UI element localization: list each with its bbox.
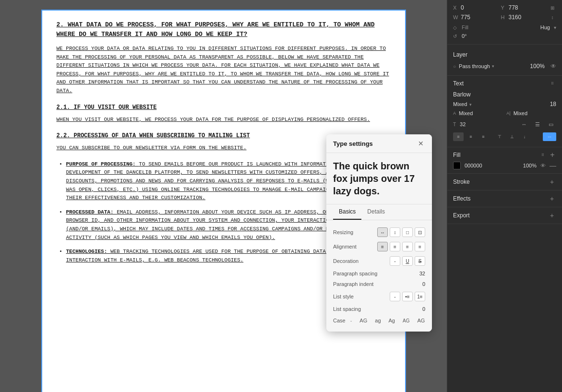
w-label: W (453, 14, 459, 20)
h-coord: H 3160 (501, 14, 545, 21)
paragraph-spacing-value[interactable]: 32 (413, 271, 425, 276)
fill-visibility-icon[interactable]: 👁 (540, 163, 546, 168)
resizing-controls: ↔ ↕ □ ⊡ (377, 227, 425, 237)
export-title: Export (453, 212, 470, 219)
x-label: X (453, 5, 459, 11)
align-right[interactable]: ≡ (402, 242, 413, 251)
angle-value[interactable]: 0° (462, 33, 467, 39)
align-center[interactable]: ≡ (390, 242, 400, 251)
y-value[interactable]: 778 (509, 4, 518, 11)
opacity-value[interactable]: 100% (530, 63, 545, 70)
add-fill-button[interactable]: + (549, 151, 556, 159)
fill-opacity-value[interactable]: 100% (523, 163, 537, 168)
fill-section-title: Fill (453, 152, 460, 158)
list-style-bullet[interactable]: •≡ (402, 292, 413, 301)
coords-section: X 0 Y 778 ⊞ W 775 H 3160 ↕ ◇ Fill Hug ▾ (447, 0, 562, 45)
list-spacing-row: List spacing 0 (333, 304, 425, 314)
list-style-row: List style - •≡ 1≡ (333, 289, 425, 304)
constrain-proportions-icon[interactable]: ⊞ (549, 4, 556, 12)
text-actions: ⠿ (549, 80, 556, 87)
decoration-strikethrough[interactable]: S (415, 256, 425, 266)
resizing-row: Resizing ↔ ↕ □ ⊡ (333, 225, 425, 239)
case-none[interactable]: - (347, 317, 355, 324)
decoration-none[interactable]: - (390, 256, 400, 266)
resizing-auto-height[interactable]: ↕ (390, 227, 400, 237)
line-height-value[interactable]: Mixed (514, 110, 556, 116)
list-style-numbered[interactable]: 1≡ (415, 292, 425, 301)
type-settings-panel: Type settings ✕ The quick brown fox jump… (326, 134, 432, 332)
case-all-caps[interactable]: AG (414, 317, 428, 324)
fill-color-hex[interactable]: 000000 (465, 163, 519, 168)
tab-details[interactable]: Details (361, 204, 391, 220)
fill-value[interactable]: Hug (540, 24, 550, 30)
fill-row-coords: ◇ Fill Hug ▾ (453, 23, 556, 32)
case-row: Case - AG ag Ag AG AG (333, 314, 425, 327)
font-name[interactable]: Barlow (453, 91, 556, 98)
text-section: Text ⠿ Barlow Mixed ▾ 18 A Mixed A| Mixe… (447, 76, 562, 147)
case-title[interactable]: Ag (386, 317, 398, 324)
case-upper[interactable]: AG (357, 317, 370, 324)
fill-color-swatch[interactable] (453, 162, 461, 169)
decoration-label: Decoration (333, 258, 390, 264)
fill-label: Fill (462, 24, 538, 30)
align-vert-bot-btn[interactable]: ↓ (519, 132, 530, 141)
preview-text: The quick brown fox jumps over 17 lazy d… (333, 160, 425, 197)
char-spacing-value[interactable]: 32 (460, 121, 516, 127)
text-align-center-icon[interactable]: ☰ (532, 119, 543, 130)
case-lower[interactable]: ag (372, 317, 383, 324)
resizing-auto-width[interactable]: ↔ (377, 227, 388, 237)
paragraph-indent-value[interactable]: 0 (413, 281, 425, 287)
add-effect-button[interactable]: + (548, 194, 556, 203)
font-size-value[interactable]: 18 (542, 101, 556, 107)
fill-drag-handle[interactable]: ⠿ (539, 151, 547, 159)
x-coord: X 0 (453, 4, 497, 11)
list-item-label-3: TECHNOLOGIES: (66, 249, 110, 254)
letter-spacing-value[interactable]: Mixed (459, 110, 502, 116)
stroke-section: Stroke + (447, 174, 562, 190)
list-spacing-value[interactable]: 0 (413, 306, 425, 312)
fill-section-header: Fill ⠿ + (453, 151, 556, 159)
type-settings-title: Type settings (333, 140, 373, 147)
remove-fill-button[interactable]: — (550, 162, 556, 169)
align-vert-top-btn[interactable]: ⊤ (494, 132, 505, 141)
case-small-caps[interactable]: AG (400, 317, 412, 324)
align-justify[interactable]: ≡ (415, 242, 425, 251)
resizing-fill[interactable]: ⊡ (415, 227, 425, 237)
align-right-btn[interactable]: ≡ (478, 132, 489, 141)
align-left-btn[interactable]: ≡ (453, 132, 464, 141)
decoration-underline[interactable]: U (402, 256, 413, 266)
add-export-button[interactable]: + (548, 211, 556, 220)
tab-basics[interactable]: Basics (333, 204, 361, 220)
w-value[interactable]: 775 (461, 14, 470, 21)
export-header: Export + (453, 211, 556, 220)
list-style-none[interactable]: - (390, 292, 400, 301)
angle-row: ↺ 0° (453, 32, 556, 40)
add-stroke-button[interactable]: + (548, 178, 556, 186)
h-value[interactable]: 3160 (509, 14, 522, 21)
list-item-label-2: PROCESSED DATA: (66, 209, 117, 215)
list-style-label: List style (333, 294, 390, 299)
w-coord: W 775 (453, 14, 497, 21)
text-settings-btn[interactable]: ··· (543, 132, 556, 141)
align-left[interactable]: ≡ (377, 242, 388, 251)
fill-color-row: 000000 100% 👁 — (453, 162, 556, 169)
fill-section: Fill ⠿ + 000000 100% 👁 — (447, 147, 562, 174)
layer-title: Layer (453, 51, 467, 58)
blend-mode-select[interactable]: Pass through ▾ (459, 63, 494, 69)
effects-title: Effects (453, 195, 470, 202)
text-align-left-icon[interactable]: ↔ (519, 119, 529, 130)
fill-actions: ⠿ + (539, 151, 556, 159)
alignment-row: Alignment ≡ ≡ ≡ ≡ (333, 239, 425, 254)
x-value[interactable]: 0 (461, 4, 464, 11)
blend-mode-chevron: ▾ (492, 64, 494, 69)
font-style-select[interactable]: Mixed ▾ (453, 101, 538, 107)
text-drag-handle[interactable]: ⠿ (549, 80, 556, 87)
type-settings-close-button[interactable]: ✕ (417, 139, 425, 148)
align-vert-mid-btn[interactable]: ⊥ (507, 132, 517, 141)
link-dimensions-icon[interactable]: ↕ (549, 13, 556, 21)
resizing-fixed[interactable]: □ (402, 227, 413, 237)
visibility-icon[interactable]: 👁 (550, 63, 556, 70)
align-center-btn[interactable]: ≡ (466, 132, 476, 141)
paragraph-spacing-row: Paragraph spacing 32 (333, 268, 425, 279)
text-box-icon[interactable]: ▭ (546, 119, 556, 130)
